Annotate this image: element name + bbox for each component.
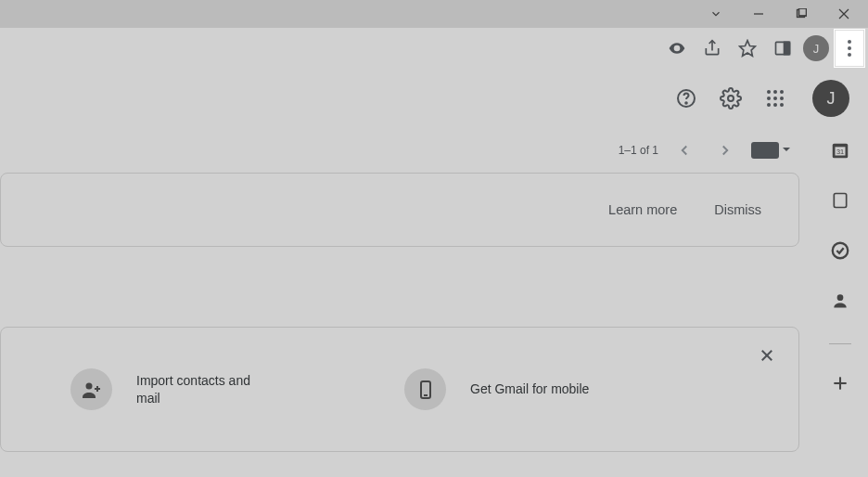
help-icon[interactable] bbox=[668, 80, 705, 117]
profile-avatar-small[interactable]: J bbox=[803, 35, 829, 61]
minimize-icon[interactable] bbox=[751, 6, 766, 21]
svg-point-16 bbox=[728, 96, 734, 101]
close-icon[interactable] bbox=[756, 344, 778, 367]
svg-point-13 bbox=[848, 53, 851, 57]
pager-bar: 1–1 of 1 bbox=[0, 128, 812, 173]
content-area: 1–1 of 1 Learn more Dismiss Import conta… bbox=[0, 128, 812, 477]
account-avatar[interactable]: J bbox=[812, 80, 849, 117]
svg-point-20 bbox=[767, 97, 771, 100]
close-window-icon[interactable] bbox=[836, 6, 851, 21]
svg-text:31: 31 bbox=[836, 148, 844, 156]
svg-point-17 bbox=[767, 90, 771, 94]
svg-marker-7 bbox=[740, 41, 756, 57]
keyboard-icon bbox=[751, 142, 779, 159]
sidepanel-toggle-icon[interactable] bbox=[768, 33, 798, 63]
suggestion-import[interactable]: Import contacts and mail bbox=[70, 368, 367, 410]
pager-range: 1–1 of 1 bbox=[619, 144, 658, 157]
window-titlebar bbox=[0, 0, 868, 28]
suggestion-mobile[interactable]: Get Gmail for mobile bbox=[404, 368, 701, 410]
svg-point-36 bbox=[85, 382, 92, 389]
svg-point-23 bbox=[767, 103, 771, 107]
star-icon[interactable] bbox=[733, 33, 762, 63]
svg-point-12 bbox=[848, 46, 851, 50]
svg-point-22 bbox=[780, 97, 784, 100]
input-tools-button[interactable] bbox=[751, 142, 794, 159]
svg-point-25 bbox=[780, 103, 784, 107]
avatar-initial: J bbox=[827, 89, 836, 109]
suggestions-banner: Import contacts and mail Get Gmail for m… bbox=[0, 327, 799, 452]
suggestion-label: Import contacts and mail bbox=[136, 372, 266, 407]
app-header bbox=[0, 69, 868, 128]
sidepanel-divider bbox=[829, 343, 851, 344]
contacts-icon[interactable] bbox=[829, 290, 851, 312]
dots-vertical-icon bbox=[848, 40, 851, 57]
suggestion-label: Get Gmail for mobile bbox=[470, 380, 589, 398]
info-banner: Learn more Dismiss bbox=[0, 173, 799, 247]
svg-point-18 bbox=[773, 90, 777, 94]
keep-icon[interactable] bbox=[829, 189, 851, 212]
svg-rect-2 bbox=[799, 8, 807, 16]
eye-icon[interactable] bbox=[662, 33, 692, 63]
svg-point-21 bbox=[773, 97, 777, 100]
svg-rect-29 bbox=[834, 194, 846, 208]
learn-more-link[interactable]: Learn more bbox=[608, 202, 677, 217]
calendar-icon[interactable]: 31 bbox=[829, 139, 851, 161]
svg-point-15 bbox=[685, 102, 687, 104]
add-addon-icon[interactable] bbox=[829, 372, 851, 394]
share-icon[interactable] bbox=[697, 33, 727, 63]
pager-prev-icon[interactable] bbox=[670, 135, 699, 165]
svg-point-11 bbox=[848, 40, 851, 44]
tab-dropdown-icon[interactable] bbox=[708, 6, 723, 21]
settings-gear-icon[interactable] bbox=[712, 80, 749, 117]
phone-icon bbox=[404, 368, 446, 410]
dismiss-button[interactable]: Dismiss bbox=[714, 202, 761, 217]
avatar-initial: J bbox=[813, 42, 820, 56]
svg-point-31 bbox=[837, 294, 844, 301]
browser-menu-button[interactable] bbox=[835, 30, 864, 67]
browser-toolbar: J bbox=[0, 28, 868, 69]
apps-grid-icon[interactable] bbox=[757, 80, 794, 117]
pager-next-icon[interactable] bbox=[710, 135, 740, 165]
svg-point-19 bbox=[780, 90, 784, 94]
maximize-icon[interactable] bbox=[794, 6, 809, 21]
svg-point-24 bbox=[773, 103, 777, 107]
tasks-icon[interactable] bbox=[829, 239, 851, 262]
svg-rect-10 bbox=[785, 42, 790, 54]
person-add-icon bbox=[70, 368, 112, 410]
side-panel: 31 bbox=[812, 128, 868, 477]
